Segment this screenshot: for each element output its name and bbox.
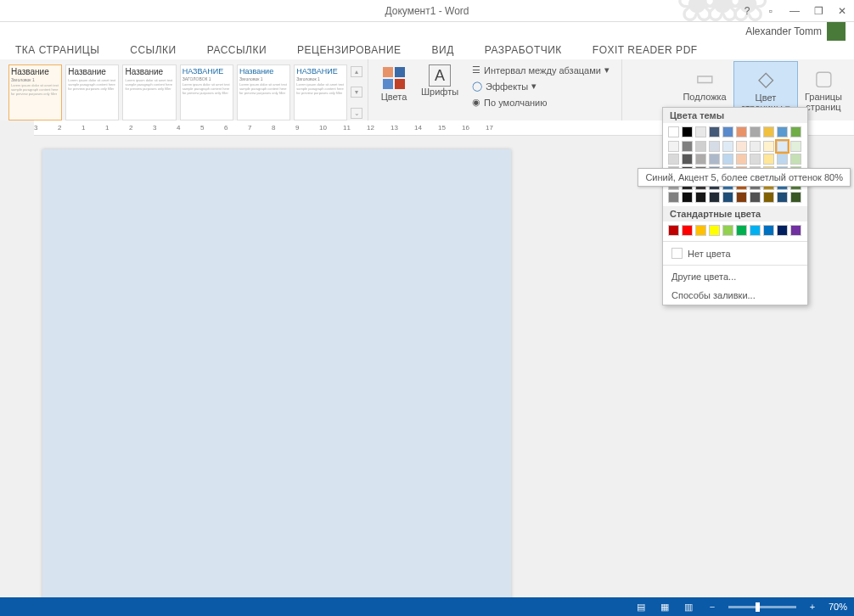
user-name[interactable]: Alexander Tomm <box>745 25 822 37</box>
color-swatch[interactable] <box>763 154 774 165</box>
no-color-item[interactable]: Нет цвета <box>663 244 807 263</box>
paragraph-spacing-button[interactable]: ☰Интервал между абзацами▾ <box>472 64 610 76</box>
zoom-out-button[interactable]: − <box>705 602 720 612</box>
window-title: Документ1 - Word <box>385 5 469 17</box>
color-swatch[interactable] <box>695 154 706 165</box>
color-swatch[interactable] <box>668 154 679 165</box>
zoom-level[interactable]: 70% <box>829 602 847 612</box>
color-swatch[interactable] <box>750 126 761 137</box>
color-swatch[interactable] <box>777 141 788 152</box>
read-mode-icon[interactable]: ▤ <box>633 602 649 613</box>
ribbon-tabs: ТКА СТРАНИЦЫССЫЛКИРАССЫЛКИРЕЦЕНЗИРОВАНИЕ… <box>0 41 854 59</box>
color-swatch[interactable] <box>682 192 693 203</box>
color-swatch[interactable] <box>763 126 774 137</box>
gallery-scroll-up[interactable]: ▴ <box>351 66 362 77</box>
color-swatch[interactable] <box>777 192 788 203</box>
color-swatch[interactable] <box>722 141 733 152</box>
color-swatch[interactable] <box>763 225 774 236</box>
color-swatch[interactable] <box>790 126 801 137</box>
color-swatch[interactable] <box>709 192 720 203</box>
document-page[interactable] <box>42 149 511 597</box>
watermark-button[interactable]: ▭ Подложка <box>676 61 733 105</box>
tab-2[interactable]: РАССЫЛКИ <box>192 44 282 56</box>
color-swatch[interactable] <box>668 225 679 236</box>
color-swatch[interactable] <box>668 126 679 137</box>
color-swatch[interactable] <box>695 225 706 236</box>
tab-5[interactable]: РАЗРАБОТЧИК <box>469 44 577 56</box>
color-swatch[interactable] <box>736 126 747 137</box>
color-swatch[interactable] <box>763 141 774 152</box>
color-swatch[interactable] <box>736 192 747 203</box>
color-swatch[interactable] <box>750 154 761 165</box>
no-color-swatch <box>671 248 683 259</box>
color-swatch[interactable] <box>750 192 761 203</box>
fill-effects-item[interactable]: Способы заливки... <box>663 286 807 305</box>
color-swatch[interactable] <box>763 192 774 203</box>
color-swatch[interactable] <box>709 225 720 236</box>
color-swatch[interactable] <box>682 225 693 236</box>
web-layout-icon[interactable]: ▥ <box>681 602 696 613</box>
color-swatch[interactable] <box>777 154 788 165</box>
color-swatch[interactable] <box>682 141 693 152</box>
color-swatch[interactable] <box>709 126 720 137</box>
color-swatch[interactable] <box>695 126 706 137</box>
style-thumb-3[interactable]: НАЗВАНИЕЗАГОЛОВОК 1Lorem ipsum dolor sit… <box>180 64 233 120</box>
color-swatch[interactable] <box>722 192 733 203</box>
color-swatch[interactable] <box>668 141 679 152</box>
color-swatch[interactable] <box>695 141 706 152</box>
restore-button[interactable]: ❐ <box>806 0 830 22</box>
color-swatch[interactable] <box>750 225 761 236</box>
zoom-thumb[interactable] <box>756 602 760 612</box>
user-avatar[interactable] <box>827 22 846 41</box>
color-swatch[interactable] <box>790 141 801 152</box>
document-formatting-gallery[interactable]: НазваниеЗаголовок 1Lorem ipsum dolor sit… <box>5 61 351 124</box>
color-swatch[interactable] <box>722 154 733 165</box>
color-swatch[interactable] <box>682 154 693 165</box>
color-swatch[interactable] <box>777 126 788 137</box>
color-swatch[interactable] <box>736 141 747 152</box>
tab-6[interactable]: FOXIT READER PDF <box>577 44 713 56</box>
color-swatch[interactable] <box>722 126 733 137</box>
color-swatch[interactable] <box>682 126 693 137</box>
color-swatch[interactable] <box>668 192 679 203</box>
colors-button[interactable]: Цвета <box>374 61 414 105</box>
color-swatch[interactable] <box>709 154 720 165</box>
color-swatch[interactable] <box>790 192 801 203</box>
set-default-button[interactable]: ◉По умолчанию <box>472 97 610 108</box>
fonts-button[interactable]: A Шрифты <box>414 61 465 100</box>
gallery-scroll-down[interactable]: ▾ <box>351 87 362 98</box>
colors-label: Цвета <box>381 92 407 102</box>
style-thumb-2[interactable]: НазваниеLorem ipsum dolor sit amet text … <box>122 64 176 120</box>
color-swatch[interactable] <box>790 225 801 236</box>
zoom-in-button[interactable]: + <box>805 602 820 612</box>
style-thumb-1[interactable]: НазваниеLorem ipsum dolor sit amet text … <box>65 64 119 120</box>
zoom-slider[interactable] <box>728 606 796 608</box>
print-layout-icon[interactable]: ▦ <box>657 602 672 613</box>
style-thumb-5[interactable]: НАЗВАНИЕЗаголовок 1Lorem ipsum dolor sit… <box>294 64 347 120</box>
chevron-down-icon: ▾ <box>531 81 537 92</box>
color-swatch[interactable] <box>777 225 788 236</box>
help-button[interactable]: ? <box>735 0 759 22</box>
effects-button[interactable]: ◯Эффекты▾ <box>472 81 610 92</box>
style-thumb-4[interactable]: НазваниеЗаголовок 1Lorem ipsum dolor sit… <box>237 64 290 120</box>
color-swatch[interactable] <box>736 225 747 236</box>
standard-colors-row <box>663 221 807 239</box>
tab-0[interactable]: ТКА СТРАНИЦЫ <box>0 44 115 56</box>
gallery-expand[interactable]: ⌄ <box>351 108 362 119</box>
color-tooltip: Синий, Акцент 5, более светлый оттенок 8… <box>638 168 851 187</box>
color-swatch[interactable] <box>709 141 720 152</box>
tab-3[interactable]: РЕЦЕНЗИРОВАНИЕ <box>282 44 416 56</box>
status-bar: ▤ ▦ ▥ − + 70% <box>0 597 854 616</box>
ribbon-display-button[interactable]: ▫ <box>759 0 783 22</box>
tab-1[interactable]: ССЫЛКИ <box>115 44 191 56</box>
color-swatch[interactable] <box>695 192 706 203</box>
color-swatch[interactable] <box>750 141 761 152</box>
minimize-button[interactable]: — <box>783 0 806 22</box>
color-swatch[interactable] <box>790 154 801 165</box>
more-colors-item[interactable]: Другие цвета... <box>663 267 807 286</box>
color-swatch[interactable] <box>736 154 747 165</box>
color-swatch[interactable] <box>722 225 733 236</box>
tab-4[interactable]: ВИД <box>417 44 469 56</box>
close-button[interactable]: ✕ <box>830 0 854 22</box>
style-thumb-0[interactable]: НазваниеЗаголовок 1Lorem ipsum dolor sit… <box>8 64 62 120</box>
